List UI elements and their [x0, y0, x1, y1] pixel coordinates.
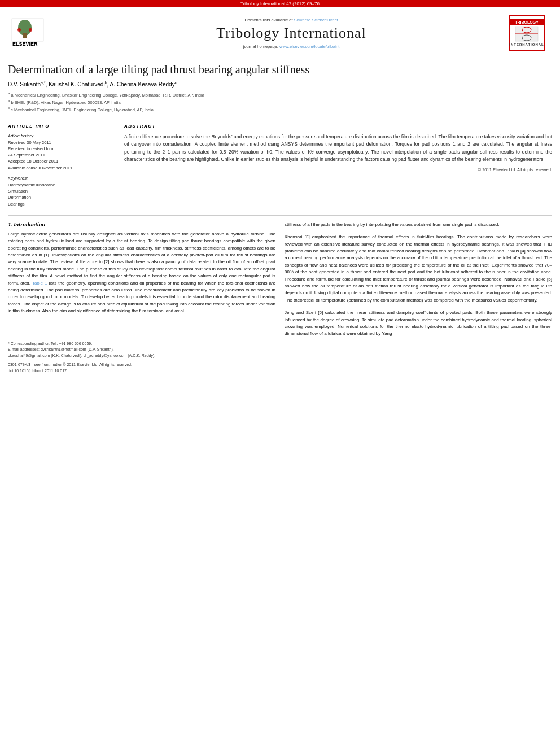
introduction-paragraph-1: Large hydroelectric generators are usual… [8, 231, 275, 315]
received-date: Received 30 May 2011 [8, 139, 115, 146]
abstract-panel: ABSTRACT A finite difference procedure t… [124, 124, 552, 207]
author-reddy: A. Chenna Kesava Reddy [110, 81, 175, 88]
article-info-title: ARTICLE INFO [8, 124, 115, 130]
right-khonsari-para: Khonsari [3] emphasized the importance o… [285, 234, 552, 304]
tribology-logo: TRIBOLOGY INTERNATIONAL [509, 15, 545, 51]
author-chaturvedi: Kaushal K. Chaturvedi [49, 81, 105, 88]
issn-footnote: 0301-679X/$ - see front matter © 2011 El… [8, 362, 275, 368]
contents-line: Contents lists available at SciVerse Sci… [78, 18, 504, 23]
keyword-1: Hydrodynamic lubrication [8, 182, 115, 188]
elsevier-logo: ELSEVIER [11, 18, 62, 49]
svg-text:ELSEVIER: ELSEVIER [12, 41, 38, 47]
journal-title: Tribology International [78, 25, 504, 42]
tribology-logo-area: TRIBOLOGY INTERNATIONAL [504, 15, 549, 51]
article-info-panel: ARTICLE INFO Article history: Received 3… [8, 124, 115, 207]
homepage-link[interactable]: www.elsevier.com/locate/triboint [279, 44, 339, 49]
table1-ref[interactable]: Table 1 [32, 281, 47, 286]
abstract-title: ABSTRACT [124, 124, 552, 130]
sciverse-link[interactable]: SciVerse ScienceDirect [294, 18, 338, 23]
affiliations: a a Mechanical Engineering, Bhaskar Engi… [8, 91, 552, 112]
svg-rect-6 [515, 27, 538, 41]
logo-mid-text: INTERNATIONAL [508, 42, 545, 47]
affiliation-c: c c Mechanical Engineering, JNTU Enginee… [8, 106, 552, 113]
keywords-label: Keywords: [8, 176, 115, 181]
article-history-label: Article history: [8, 133, 115, 138]
copyright-line: © 2011 Elsevier Ltd. All rights reserved… [124, 167, 552, 172]
right-intro-para: stiffness of all the pads in the bearing… [285, 221, 552, 228]
online-date: Available online 6 November 2011 [8, 165, 115, 171]
abstract-text: A finite difference procedure to solve t… [124, 133, 552, 164]
journal-header-center: Contents lists available at SciVerse Sci… [78, 18, 504, 49]
keyword-4: Bearings [8, 201, 115, 207]
svg-point-1 [18, 20, 32, 36]
footnote-area: * Corresponding author. Tel.: +91 986 66… [8, 338, 275, 374]
article-title: Determination of a large tilting pad thr… [8, 63, 552, 76]
corresponding-footnote: * Corresponding author. Tel.: +91 986 66… [8, 341, 275, 347]
elsevier-logo-area: ELSEVIER [11, 18, 78, 49]
email-footnote-1: E-mail addresses: dvsrikanth1@hotmail.co… [8, 347, 275, 353]
journal-header: ELSEVIER Contents lists available at Sci… [5, 11, 555, 55]
introduction-title: 1. Introduction [8, 221, 275, 228]
svg-point-4 [29, 28, 32, 32]
revised-label: Received in revised form [8, 146, 115, 152]
doi-footnote: doi:10.1016/j.triboint.2011.10.017 [8, 368, 275, 374]
revised-date: 24 September 2011 [8, 152, 115, 158]
keywords-section: Keywords: Hydrodynamic lubrication Simul… [8, 176, 115, 207]
svg-point-3 [18, 28, 21, 32]
journal-citation-bar: Tribology International 47 (2012) 69–76 [0, 0, 560, 7]
affiliation-b: b b BHEL (R&D), Vikas Nagar, Hyderabad 5… [8, 98, 552, 106]
affiliation-a: a a Mechanical Engineering, Bhaskar Engi… [8, 91, 552, 98]
author-srikanth: D.V. Srikanth [8, 81, 41, 88]
accepted-date: Accepted 18 October 2011 [8, 158, 115, 164]
main-content: Determination of a large tilting pad thr… [5, 63, 555, 374]
right-jeng-para: Jeng and Szeri [6] calculated the linear… [285, 309, 552, 338]
svg-rect-2 [23, 33, 27, 38]
authors-line: D.V. Srikantha,*, Kaushal K. Chaturvedib… [8, 81, 552, 88]
logo-image [513, 25, 541, 42]
keyword-3: Deformation [8, 194, 115, 200]
left-column: 1. Introduction Large hydroelectric gene… [8, 221, 275, 374]
keyword-2: Simulation [8, 188, 115, 194]
article-info-abstract: ARTICLE INFO Article history: Received 3… [8, 119, 552, 207]
right-column: stiffness of all the pads in the bearing… [285, 221, 552, 374]
journal-homepage: journal homepage: www.elsevier.com/locat… [78, 44, 504, 49]
email-footnote-2: ckaushal49@gmail.com (K.K. Chaturvedi), … [8, 353, 275, 359]
logo-top-text: TRIBOLOGY [510, 19, 544, 25]
journal-citation-text: Tribology International 47 (2012) 69–76 [240, 1, 320, 6]
body-columns: 1. Introduction Large hydroelectric gene… [8, 215, 552, 374]
